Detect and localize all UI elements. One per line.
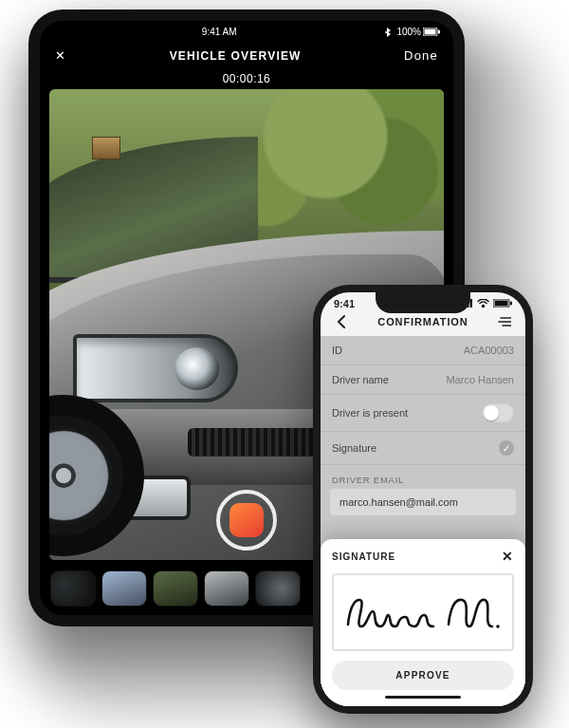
- phone-nav-title: CONFIRMATION: [377, 316, 468, 327]
- label-signature: Signature: [332, 442, 376, 454]
- done-button[interactable]: Done: [404, 48, 438, 63]
- svg-rect-6: [470, 299, 473, 308]
- home-indicator[interactable]: [385, 696, 461, 699]
- section-driver-email: DRIVER EMAIL: [321, 465, 525, 489]
- back-button[interactable]: [332, 315, 351, 328]
- signature-stroke: [342, 583, 504, 642]
- confirmation-form: ID ACA00003 Driver name Marco Hansen Dri…: [321, 336, 525, 706]
- value-id: ACA00003: [464, 345, 514, 356]
- form-spacer: [321, 525, 525, 539]
- label-id: ID: [332, 345, 342, 356]
- close-button[interactable]: ✕: [55, 48, 66, 63]
- svg-point-10: [496, 625, 500, 628]
- recording-timer: 00:00:16: [40, 68, 453, 89]
- row-signature[interactable]: Signature ✓: [321, 432, 525, 465]
- record-icon: [229, 503, 264, 537]
- signature-close-button[interactable]: ✕: [502, 549, 514, 564]
- phone-status-time: 9:41: [334, 298, 355, 309]
- wifi-icon: [477, 298, 489, 309]
- value-driver-name: Marco Hansen: [446, 374, 514, 385]
- phone-screen: 9:41 CONFIRMATION: [321, 292, 525, 706]
- svg-rect-9: [510, 302, 512, 306]
- battery-percent: 100%: [396, 27, 421, 37]
- menu-icon: [498, 317, 511, 327]
- signature-sheet-title: SIGNATURE: [332, 551, 395, 562]
- row-driver-present: Driver is present: [321, 395, 525, 432]
- phone-device: 9:41 CONFIRMATION: [313, 285, 533, 714]
- tablet-nav-bar: ✕ VEHICLE OVERVIEW Done: [40, 43, 453, 68]
- toggle-driver-present[interactable]: [482, 403, 514, 422]
- svg-rect-8: [495, 301, 508, 307]
- thumbnail-5[interactable]: [256, 571, 300, 606]
- chevron-left-icon: [337, 315, 346, 328]
- svg-rect-1: [425, 29, 436, 35]
- svg-rect-2: [438, 30, 440, 34]
- menu-button[interactable]: [495, 317, 514, 327]
- approve-button[interactable]: APPROVE: [332, 661, 514, 690]
- record-button[interactable]: [216, 490, 277, 551]
- close-icon: ✕: [55, 48, 66, 63]
- signature-check-icon: ✓: [499, 440, 514, 456]
- driver-email-input[interactable]: marco.hansen@mail.com: [330, 489, 516, 515]
- bluetooth-icon: [385, 28, 393, 37]
- label-driver-name: Driver name: [332, 374, 389, 385]
- phone-notch: [376, 292, 470, 313]
- car-headlight: [73, 334, 238, 402]
- signature-pad[interactable]: [332, 573, 514, 651]
- headlight-lens: [174, 347, 219, 390]
- thumbnail-2[interactable]: [102, 571, 146, 606]
- nav-title: VEHICLE OVERVIEW: [170, 49, 302, 63]
- thumbnail-3[interactable]: [154, 571, 197, 606]
- signature-sheet: SIGNATURE ✕ APPROVE: [321, 539, 525, 706]
- toggle-knob: [484, 405, 499, 420]
- windshield-sticker: [92, 137, 120, 159]
- tablet-status-time: 9:41 AM: [202, 27, 237, 37]
- battery-icon: [493, 298, 512, 309]
- row-id: ID ACA00003: [321, 336, 525, 365]
- wheel-rim: [49, 424, 115, 528]
- phone-nav-bar: CONFIRMATION: [321, 309, 525, 336]
- thumbnail-4[interactable]: [205, 571, 248, 606]
- thumbnail-1[interactable]: [51, 571, 95, 606]
- row-driver-name: Driver name Marco Hansen: [321, 365, 525, 395]
- close-icon: ✕: [502, 549, 514, 564]
- tablet-status-bar: 9:41 AM 100%: [40, 21, 453, 43]
- signature-sheet-header: SIGNATURE ✕: [332, 549, 514, 564]
- label-driver-present: Driver is present: [332, 407, 408, 419]
- battery-indicator: 100%: [396, 27, 440, 37]
